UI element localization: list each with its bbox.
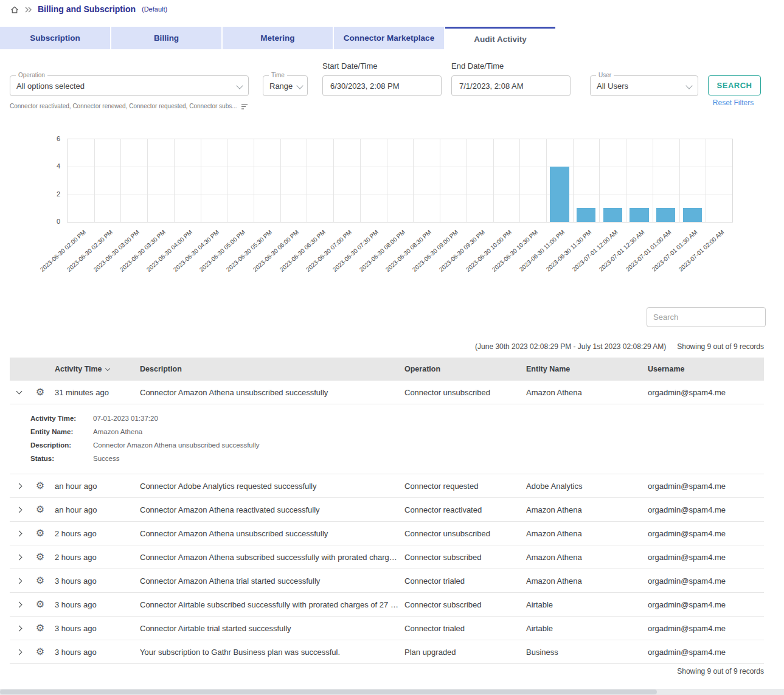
x-tick-label: 2023-06-30 03:00 PM xyxy=(92,229,140,273)
chevron-down-icon xyxy=(685,82,692,89)
detail-label: Description: xyxy=(30,438,93,452)
operation-cell: Connector trialed xyxy=(404,624,526,633)
description-cell: Connector Adobe Analytics requested succ… xyxy=(140,482,404,491)
username-cell: orgadmin@spam4.me xyxy=(648,648,764,657)
detail-value: Amazon Athena xyxy=(93,425,142,438)
expand-row-icon[interactable] xyxy=(16,554,22,560)
y-tick-label: 6 xyxy=(47,135,60,142)
start-date-label: Start Date/Time xyxy=(322,61,378,71)
table-header-row: Activity Time Description Operation Enti… xyxy=(10,358,764,381)
time-select-value: Range xyxy=(269,81,293,91)
table-row[interactable]: ⚙2 hours agoConnector Amazon Athena subs… xyxy=(10,545,764,569)
row-settings-icon[interactable]: ⚙ xyxy=(36,387,44,397)
detail-value: 07-01-2023 01:37:20 xyxy=(93,412,158,425)
operation-cell: Connector requested xyxy=(404,482,526,491)
row-settings-icon[interactable]: ⚙ xyxy=(36,481,44,491)
col-activity-time[interactable]: Activity Time xyxy=(52,365,140,373)
time-select[interactable]: Range xyxy=(263,75,308,96)
expand-row-icon[interactable] xyxy=(16,625,22,631)
operation-select[interactable]: All options selected xyxy=(10,75,249,96)
entity-name-cell: Amazon Athena xyxy=(526,529,648,538)
table-row[interactable]: ⚙an hour agoConnector Adobe Analytics re… xyxy=(10,474,764,498)
username-cell: orgadmin@spam4.me xyxy=(648,553,764,562)
table-search-input[interactable] xyxy=(647,307,766,327)
table-row[interactable]: ⚙2 hours agoConnector Amazon Athena unsu… xyxy=(10,522,764,545)
y-tick-label: 4 xyxy=(47,162,60,170)
collapse-row-icon[interactable] xyxy=(16,389,22,395)
row-settings-icon[interactable]: ⚙ xyxy=(36,576,44,586)
x-tick-label: 2023-06-30 08:00 PM xyxy=(358,229,406,273)
col-username[interactable]: Username xyxy=(648,365,764,373)
table-row[interactable]: ⚙3 hours agoYour subscription to Gathr B… xyxy=(10,640,764,664)
table-row[interactable]: ⚙31 minutes agoConnector Amazon Athena u… xyxy=(10,381,764,404)
table-row[interactable]: ⚙3 hours agoConnector Airtable trial sta… xyxy=(10,617,764,640)
username-cell: orgadmin@spam4.me xyxy=(648,388,764,397)
expand-row-icon[interactable] xyxy=(16,578,22,584)
scrollbar-thumb[interactable] xyxy=(0,690,657,694)
entity-name-cell: Adobe Analytics xyxy=(526,482,648,491)
audit-table: Activity Time Description Operation Enti… xyxy=(10,358,764,664)
start-date-input[interactable] xyxy=(329,81,435,91)
row-settings-icon[interactable]: ⚙ xyxy=(36,647,44,657)
operation-cell: Connector subscribed xyxy=(404,553,526,562)
description-cell: Your subscription to Gathr Business plan… xyxy=(140,648,404,657)
end-date-input[interactable] xyxy=(458,81,564,91)
sort-caret-icon xyxy=(105,366,109,371)
tab-bar: SubscriptionBillingMeteringConnector Mar… xyxy=(0,27,557,49)
activity-time-cell: 3 hours ago xyxy=(52,600,140,609)
expand-row-icon[interactable] xyxy=(16,507,22,513)
entity-name-cell: Airtable xyxy=(526,624,648,633)
page-title: Billing and Subscription xyxy=(38,4,136,14)
col-operation[interactable]: Operation xyxy=(404,365,526,373)
tab-connector-marketplace[interactable]: Connector Marketplace xyxy=(334,27,444,49)
y-tick-label: 0 xyxy=(47,218,60,225)
row-settings-icon[interactable]: ⚙ xyxy=(36,552,44,562)
summary-line: (June 30th 2023 02:08:29 PM - July 1st 2… xyxy=(475,342,764,351)
x-tick-label: 2023-06-30 07:30 PM xyxy=(331,229,380,273)
filter-list-icon[interactable] xyxy=(241,103,248,110)
expand-row-icon[interactable] xyxy=(16,649,22,655)
x-tick-label: 2023-06-30 09:30 PM xyxy=(438,229,486,273)
operation-cell: Connector subscribed xyxy=(404,600,526,609)
row-settings-icon[interactable]: ⚙ xyxy=(36,505,44,514)
detail-line: Entity Name:Amazon Athena xyxy=(30,425,764,438)
activity-time-cell: 3 hours ago xyxy=(52,648,140,657)
x-tick-label: 2023-07-01 01:30 AM xyxy=(651,229,699,273)
search-button[interactable]: SEARCH xyxy=(708,75,761,95)
expand-row-icon[interactable] xyxy=(16,601,22,607)
x-tick-label: 2023-07-01 12:30 AM xyxy=(597,229,645,273)
table-row[interactable]: ⚙3 hours agoConnector Amazon Athena tria… xyxy=(10,569,764,593)
description-cell: Connector Amazon Athena reactivated succ… xyxy=(140,505,404,514)
chart-y-axis: 0246 xyxy=(47,139,63,223)
username-cell: orgadmin@spam4.me xyxy=(648,482,764,491)
home-icon[interactable] xyxy=(10,4,19,15)
detail-label: Entity Name: xyxy=(30,425,93,438)
x-tick-label: 2023-06-30 05:30 PM xyxy=(225,229,273,273)
x-tick-label: 2023-06-30 04:00 PM xyxy=(145,229,193,273)
user-select[interactable]: All Users xyxy=(590,75,698,96)
chart-bar xyxy=(603,208,622,222)
tab-billing[interactable]: Billing xyxy=(111,27,221,49)
table-row[interactable]: ⚙3 hours agoConnector Airtable subscribe… xyxy=(10,593,764,617)
username-cell: orgadmin@spam4.me xyxy=(648,600,764,609)
expand-row-icon[interactable] xyxy=(16,530,22,536)
tab-subscription[interactable]: Subscription xyxy=(0,27,110,49)
col-description[interactable]: Description xyxy=(140,365,404,373)
tab-metering[interactable]: Metering xyxy=(223,27,333,49)
horizontal-scrollbar[interactable] xyxy=(0,689,784,695)
row-settings-icon[interactable]: ⚙ xyxy=(36,623,44,633)
x-tick-label: 2023-06-30 04:30 PM xyxy=(172,229,220,273)
x-tick-label: 2023-07-01 02:00 AM xyxy=(678,229,726,273)
tab-audit-activity[interactable]: Audit Activity xyxy=(445,27,555,49)
x-tick-label: 2023-06-30 11:00 PM xyxy=(518,229,566,272)
row-settings-icon[interactable]: ⚙ xyxy=(36,600,44,609)
col-entity-name[interactable]: Entity Name xyxy=(526,365,648,373)
reset-filters-link[interactable]: Reset Filters xyxy=(706,99,761,107)
chevron-down-icon xyxy=(296,82,303,89)
table-row[interactable]: ⚙an hour agoConnector Amazon Athena reac… xyxy=(10,498,764,522)
expand-row-icon[interactable] xyxy=(16,483,22,489)
x-tick-label: 2023-06-30 08:30 PM xyxy=(384,229,432,273)
row-settings-icon[interactable]: ⚙ xyxy=(36,528,44,538)
operation-select-value: All options selected xyxy=(16,81,85,91)
col-activity-time-label: Activity Time xyxy=(55,365,102,373)
